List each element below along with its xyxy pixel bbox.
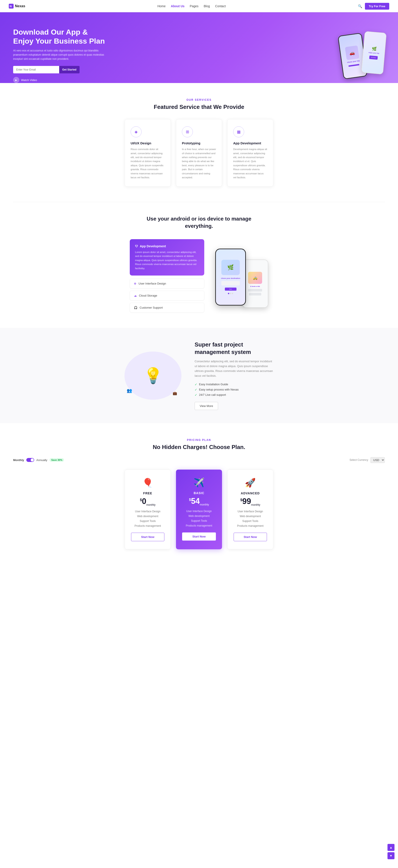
advanced-plan-name: ADVANCED (234, 492, 267, 495)
basic-feat-2: Web development (182, 515, 216, 518)
feature-item-support-label: Customer Support (140, 306, 163, 309)
free-start-button[interactable]: Start Now (131, 533, 164, 541)
manage-title: Use your android or ios device to manage… (144, 215, 254, 229)
basic-start-button[interactable]: Start Now (182, 532, 216, 540)
price-card-basic: ✈️ BASIC $54monthly User Interface Desig… (176, 470, 222, 549)
feature-item-cloud-label: Cloud Storage (139, 294, 157, 297)
project-title: Super fast project management system (195, 341, 274, 356)
get-started-button[interactable]: Get Started (59, 66, 80, 73)
navbar: N Nexas Home About Us Pages Blog Contact… (0, 0, 398, 12)
adv-feat-1: User Interface Design (234, 510, 267, 513)
service-card-appdev: ▦ App Development Development magna aliq… (227, 119, 273, 187)
service-card-proto: ⊞ Prototyping In a free hour, when our p… (176, 119, 222, 187)
phone-large-1: 🌿 chose your destination Next (215, 249, 246, 306)
monthly-label: Monthly (13, 458, 24, 462)
try-for-free-button[interactable]: Try For Free (365, 3, 389, 10)
currency-select[interactable]: USD EUR GBP (370, 457, 385, 463)
advanced-plan-features: User Interface Design Web development Su… (234, 510, 267, 527)
hero-title: Download Our App & Enjoy Your Business P… (13, 28, 105, 45)
nav-logo-text: Nexas (15, 4, 25, 8)
nav-actions: 🔍 Try For Free (358, 3, 389, 10)
project-section: 💡 👥 💼 Super fast project management syst… (0, 328, 398, 423)
check-item-1: ✓ Easy Installation Guide (195, 383, 274, 386)
feature-box: 🛡 App Development Lorem ipsum dolor sit … (130, 239, 204, 276)
save-badge: Save 30% (50, 458, 64, 462)
annually-label: Annually (36, 458, 47, 462)
free-feat-4: Products management (131, 524, 164, 527)
check-icon-1: ✓ (195, 383, 197, 386)
advanced-plan-icon: 🚀 (234, 478, 267, 488)
services-section: OUR SERVICES Featured Service that We Pr… (0, 83, 398, 202)
service-card-uiux: ◈ UI/UX Design Risus commodo dolor sit a… (125, 119, 171, 187)
services-title: Featured Service that We Provide (13, 103, 385, 111)
check-icon-3: ✓ (195, 393, 197, 397)
basic-feat-3: Support Tools (182, 519, 216, 522)
check-item-3: ✓ 24/7 Live call support (195, 393, 274, 397)
phone-app-text2: & book a ride (250, 286, 260, 287)
toggle-switch[interactable] (26, 458, 34, 462)
advanced-plan-price: $99monthly (234, 497, 267, 506)
feature-item-cloud[interactable]: ☁ Cloud Storage (130, 291, 204, 301)
proto-title: Prototyping (182, 141, 216, 145)
nav-logo[interactable]: N Nexas (9, 4, 25, 8)
pricing-label: PRICING PLAN (13, 438, 385, 441)
project-checklist: ✓ Easy Installation Guide ✓ Easy setup p… (195, 383, 274, 397)
hero-form: Get Started (13, 66, 105, 73)
email-input[interactable] (13, 66, 59, 73)
watch-video-label: Watch Video (21, 79, 37, 82)
check-icon-2: ✓ (195, 388, 197, 392)
free-feat-1: User Interface Design (131, 510, 164, 513)
nav-links: Home About Us Pages Blog Contact (158, 4, 226, 8)
svg-text:N: N (10, 5, 11, 8)
free-feat-3: Support Tools (131, 520, 164, 523)
pricing-title: No Hidden Charges! Choose Plan. (13, 444, 385, 451)
nav-home[interactable]: Home (158, 4, 166, 8)
basic-feat-1: User Interface Design (182, 510, 216, 513)
play-icon: ▶ (13, 77, 19, 83)
watch-video-button[interactable]: ▶ Watch Video (13, 77, 105, 83)
adv-feat-4: Products management (234, 524, 267, 527)
nav-about[interactable]: About Us (171, 4, 184, 8)
appdev-title: App Development (233, 141, 267, 145)
basic-plan-name: BASIC (182, 491, 216, 495)
pricing-section: PRICING PLAN No Hidden Charges! Choose P… (0, 423, 398, 565)
hero-description: At vero eos et accusamus et iusto odio d… (13, 49, 105, 61)
manage-section: Use your android or ios device to manage… (0, 202, 398, 328)
hero-phones: 🚗 chose your trip 🌿 enjoy your trip Go N… (340, 30, 385, 73)
headphones-icon: 🎧 (134, 306, 137, 309)
basic-plan-features: User Interface Design Web development Su… (182, 510, 216, 527)
nexas-logo-icon: N (9, 4, 13, 8)
free-feat-2: Web development (131, 515, 164, 518)
feature-item-ui[interactable]: ⊕ User Interface Design (130, 279, 204, 288)
currency-label: Select Currency (349, 458, 368, 462)
nav-pages[interactable]: Pages (190, 4, 199, 8)
cloud-icon: ☁ (134, 294, 137, 297)
nav-contact[interactable]: Contact (215, 4, 226, 8)
project-illustration: 💡 👥 💼 (124, 351, 181, 400)
project-right: Super fast project management system Con… (195, 341, 274, 410)
basic-plan-icon: ✈️ (182, 477, 216, 488)
nav-blog[interactable]: Blog (204, 4, 210, 8)
uiux-title: UI/UX Design (131, 141, 165, 145)
pricing-toggle-row: Monthly Annually Save 30% Select Currenc… (13, 457, 385, 463)
uiux-icon: ◈ (131, 126, 142, 137)
free-plan-price: $0monthly (131, 497, 164, 506)
view-more-button[interactable]: View More (195, 402, 218, 410)
phone-mock-2: 🌿 enjoy your trip Go Now (361, 31, 387, 74)
phone-app-text: chose your destination (221, 277, 240, 279)
price-card-advanced: 🚀 ADVANCED $99monthly User Interface Des… (227, 470, 273, 549)
manage-grid: 🛡 App Development Lorem ipsum dolor sit … (13, 239, 385, 315)
advanced-start-button[interactable]: Start Now (234, 533, 267, 541)
adv-feat-2: Web development (234, 515, 267, 518)
proto-icon: ⊞ (182, 126, 193, 137)
manage-left: 🛡 App Development Lorem ipsum dolor sit … (130, 239, 204, 315)
search-icon[interactable]: 🔍 (358, 4, 362, 8)
project-grid: 💡 👥 💼 Super fast project management syst… (13, 341, 385, 410)
phone-small-2: 🚕 & book a ride (242, 259, 268, 308)
feature-box-title: 🛡 App Development (135, 244, 199, 248)
location-icon: ⊕ (134, 282, 136, 285)
free-plan-name: FREE (131, 492, 164, 495)
services-cards: ◈ UI/UX Design Risus commodo dolor sit a… (13, 119, 385, 187)
feature-item-support[interactable]: 🎧 Customer Support (130, 303, 204, 313)
shield-icon: 🛡 (135, 244, 138, 248)
